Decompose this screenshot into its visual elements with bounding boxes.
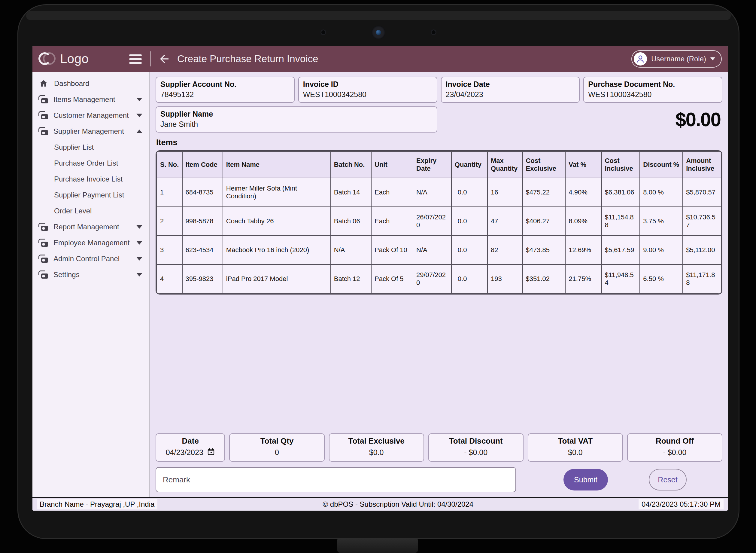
logo-icon	[38, 51, 57, 67]
page-title: Create Purchase Return Invoice	[177, 53, 318, 65]
user-menu-button[interactable]: Username (Role)	[631, 50, 722, 68]
sidebar-subitem-supplier-list[interactable]: Supplier List	[32, 139, 150, 155]
quantity-input[interactable]	[455, 268, 484, 290]
action-row: Submit Reset	[156, 467, 722, 492]
branch-name: Branch Name - Prayagraj ,UP ,India	[37, 499, 157, 509]
module-icon	[38, 223, 48, 231]
sidebar: Dashboard Items Management Customer Mana…	[32, 72, 150, 497]
invoice-id-field[interactable]: Invoice ID WEST1000342580	[298, 77, 437, 103]
chevron-down-icon	[136, 98, 143, 101]
purchase-document-field[interactable]: Purchase Document No. WEST1000342580	[583, 77, 722, 103]
sidebar-subitem-supplier-payment-list[interactable]: Supplier Payment List	[32, 187, 150, 203]
date-box[interactable]: Date 04/23/2023	[156, 433, 225, 462]
quantity-input[interactable]	[455, 240, 484, 260]
sidebar-item-admin-control-panel[interactable]: Admin Control Panel	[32, 251, 150, 266]
sidebar-item-settings[interactable]: Settings	[32, 266, 150, 283]
supplier-name-field[interactable]: Supplier Name Jane Smith	[156, 106, 437, 133]
datetime: 04/23/2023 05:17:30 PM	[639, 499, 724, 509]
status-bar: Branch Name - Prayagraj ,UP ,India © dbP…	[32, 497, 728, 510]
calendar-icon[interactable]	[207, 448, 215, 457]
remark-input[interactable]	[156, 467, 516, 492]
quantity-input[interactable]	[455, 211, 484, 232]
round-off-box: Round Off - $0.00	[627, 433, 722, 462]
chevron-up-icon	[136, 130, 143, 133]
invoice-fields: Supplier Account No. 78495132 Invoice ID…	[156, 77, 722, 103]
module-icon	[38, 270, 48, 279]
reset-button[interactable]: Reset	[649, 469, 687, 490]
back-arrow-icon[interactable]	[158, 53, 171, 65]
app-bar-divider	[150, 52, 151, 66]
tablet-bezel-sheen	[26, 11, 731, 20]
sidebar-item-supplier-management[interactable]: Supplier Management	[32, 123, 150, 139]
total-discount-box: Total Discount - $0.00	[428, 433, 524, 462]
sensor-dot-icon	[432, 30, 436, 34]
module-icon	[38, 95, 48, 103]
subscription-info: © dbPOS - Subscription Valid Until: 04/3…	[323, 500, 474, 508]
sensor-dot-icon	[321, 30, 325, 34]
quantity-input[interactable]	[455, 182, 484, 203]
app-bar: Logo Create Purchase Return Invoice U	[32, 46, 728, 72]
sidebar-item-report-management[interactable]: Report Management	[32, 219, 150, 235]
sidebar-item-customer-management[interactable]: Customer Management	[32, 107, 150, 123]
sidebar-item-dashboard[interactable]: Dashboard	[32, 75, 150, 91]
sidebar-item-employee-management[interactable]: Employee Management	[32, 235, 150, 251]
items-heading: Items	[156, 138, 722, 147]
table-row: 2 998-5878 Coach Tabby 26 Batch 06 Each …	[157, 207, 721, 236]
submit-button[interactable]: Submit	[563, 469, 608, 490]
sidebar-subitem-order-level[interactable]: Order Level	[32, 203, 150, 219]
menu-icon[interactable]	[129, 55, 142, 64]
grand-total: $0.00	[441, 106, 723, 133]
supplier-account-field[interactable]: Supplier Account No. 78495132	[156, 77, 295, 103]
app-screen: Logo Create Purchase Return Invoice U	[32, 46, 728, 510]
logo-text: Logo	[60, 52, 89, 66]
chevron-down-icon	[136, 273, 143, 276]
items-table: S. No. Item Code Item Name Batch No. Uni…	[156, 150, 722, 295]
main-content: Supplier Account No. 78495132 Invoice ID…	[150, 72, 728, 497]
home-icon	[38, 79, 49, 88]
chevron-down-icon	[136, 225, 143, 229]
totals-summary: Date 04/23/2023	[156, 433, 722, 462]
tablet-frame: Logo Create Purchase Return Invoice U	[17, 4, 740, 539]
user-label: Username (Role)	[651, 55, 706, 63]
date-value: 04/23/2023	[166, 448, 203, 457]
chevron-down-icon	[711, 57, 715, 60]
module-icon	[38, 254, 48, 263]
page: Logo Create Purchase Return Invoice U	[0, 0, 756, 553]
total-exclusive-box: Total Exclusive $0.0	[329, 433, 424, 462]
table-header-row: S. No. Item Code Item Name Batch No. Uni…	[157, 152, 721, 178]
front-camera-icon	[372, 25, 385, 40]
total-qty-box: Total Qty 0	[229, 433, 324, 462]
chevron-down-icon	[136, 241, 143, 245]
table-row: 4 395-9823 iPad Pro 2017 Model Batch 12 …	[157, 264, 721, 293]
sidebar-item-items-management[interactable]: Items Management	[32, 91, 150, 107]
module-icon	[38, 239, 48, 247]
table-row: 3 623-4534 Macbook Pro 16 inch (2020) N/…	[157, 236, 721, 264]
tablet-stand	[337, 538, 418, 553]
sidebar-subitem-purchase-order-list[interactable]: Purchase Order List	[32, 155, 150, 171]
table-row: 1 684-8735 Heimer Miller Sofa (Mint Cond…	[157, 178, 721, 207]
chevron-down-icon	[136, 113, 143, 117]
total-vat-box: Total VAT $0.0	[528, 433, 623, 462]
invoice-date-field[interactable]: Invoice Date 23/04/2023	[441, 77, 580, 103]
avatar	[634, 52, 647, 66]
sidebar-subitem-purchase-invoice-list[interactable]: Purchase Invoice List	[32, 171, 150, 187]
chevron-down-icon	[136, 257, 143, 260]
module-icon	[38, 127, 48, 135]
module-icon	[38, 111, 48, 119]
app-bar-brand: Logo	[32, 51, 150, 67]
